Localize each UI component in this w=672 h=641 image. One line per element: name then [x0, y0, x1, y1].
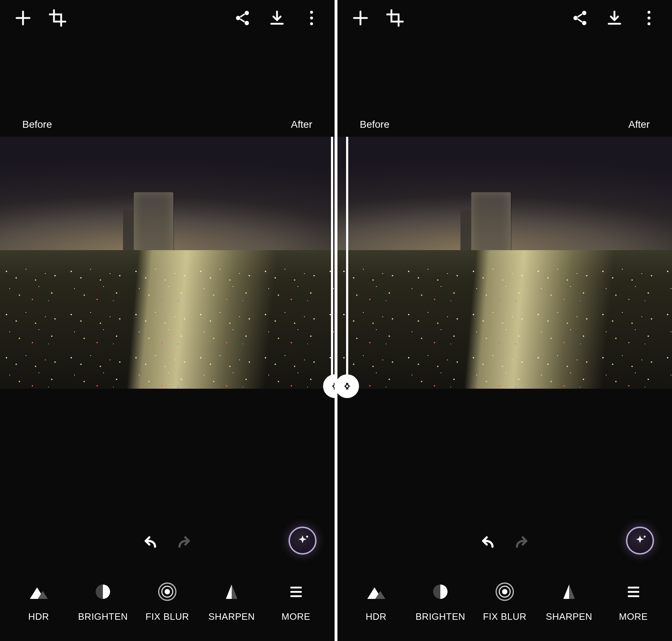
screenshot-left: Before After HDR BRIGHTEN [0, 0, 335, 641]
tool-brighten[interactable]: BRIGHTEN [410, 580, 471, 622]
tool-label: HDR [365, 611, 386, 622]
screenshot-right: Before After HDR BRIGHTEN [337, 0, 672, 641]
bottom-toolbar: HDR BRIGHTEN FIX BLUR SHARPEN MORE [337, 569, 672, 641]
tool-more[interactable]: MORE [265, 580, 327, 622]
after-label: After [291, 119, 312, 130]
magic-enhance-button[interactable] [626, 527, 654, 555]
overflow-menu-button[interactable] [303, 9, 320, 27]
redo-button [513, 534, 531, 551]
photo-preview[interactable] [337, 137, 672, 389]
top-toolbar [337, 0, 672, 36]
overflow-menu-button[interactable] [640, 9, 658, 27]
share-button[interactable] [234, 9, 251, 27]
tool-sharpen[interactable]: SHARPEN [201, 580, 262, 622]
after-label: After [628, 119, 650, 130]
tool-label: MORE [619, 611, 648, 622]
tool-brighten[interactable]: BRIGHTEN [72, 580, 133, 622]
tool-hdr[interactable]: HDR [8, 580, 69, 622]
tool-label: BRIGHTEN [416, 611, 465, 622]
tool-more[interactable]: MORE [603, 580, 664, 622]
fix-blur-icon [493, 580, 516, 603]
hdr-icon [27, 580, 50, 603]
tool-fix-blur[interactable]: FIX BLUR [474, 580, 535, 622]
tool-label: HDR [28, 611, 49, 622]
share-button[interactable] [571, 9, 589, 27]
download-button[interactable] [606, 9, 623, 27]
photo-preview[interactable] [0, 137, 335, 389]
crop-button[interactable] [386, 9, 404, 27]
tool-label: MORE [282, 611, 310, 622]
tool-hdr[interactable]: HDR [345, 580, 407, 622]
brighten-icon [429, 580, 452, 603]
before-label: Before [22, 119, 52, 130]
tool-fix-blur[interactable]: FIX BLUR [137, 580, 198, 622]
compare-slider-line[interactable] [331, 137, 333, 396]
compare-slider-handle[interactable] [337, 374, 359, 398]
add-button[interactable] [352, 9, 369, 27]
tool-label: BRIGHTEN [78, 611, 128, 622]
sharpen-icon [220, 580, 243, 603]
top-toolbar [0, 0, 335, 36]
history-bar [337, 534, 672, 551]
before-label: Before [360, 119, 390, 130]
sharpen-icon [558, 580, 581, 603]
tool-sharpen[interactable]: SHARPEN [539, 580, 600, 622]
compare-slider-line[interactable] [346, 137, 348, 396]
undo-button[interactable] [141, 534, 159, 551]
redo-button [176, 534, 193, 551]
tool-label: SHARPEN [546, 611, 592, 622]
fix-blur-icon [156, 580, 179, 603]
tool-label: FIX BLUR [145, 611, 189, 622]
undo-button[interactable] [479, 534, 496, 551]
magic-enhance-button[interactable] [289, 527, 317, 555]
hdr-icon [364, 580, 387, 603]
tool-label: FIX BLUR [483, 611, 526, 622]
more-icon [622, 580, 645, 603]
add-button[interactable] [14, 9, 32, 27]
download-button[interactable] [268, 9, 286, 27]
more-icon [285, 580, 308, 603]
crop-button[interactable] [49, 9, 66, 27]
brighten-icon [91, 580, 114, 603]
history-bar [0, 534, 335, 551]
bottom-toolbar: HDR BRIGHTEN FIX BLUR SHARPEN MORE [0, 569, 335, 641]
tool-label: SHARPEN [208, 611, 255, 622]
